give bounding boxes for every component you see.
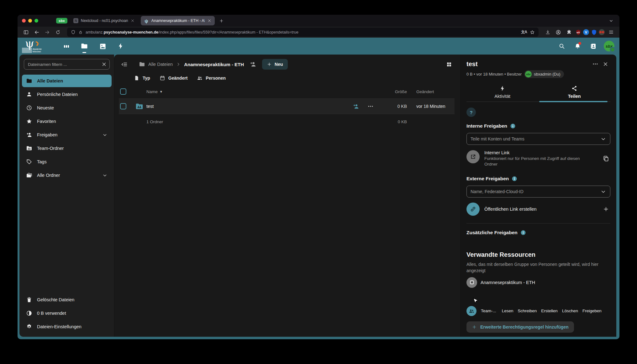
- sidebar-toggle-button[interactable]: [21, 28, 31, 36]
- tab-activity[interactable]: Aktivität: [466, 82, 539, 102]
- internal-share-input[interactable]: [471, 136, 598, 141]
- column-header-name[interactable]: Name ▼: [132, 89, 339, 94]
- add-acl-rule-button[interactable]: Erweiterte Berechtigungsregel hinzufügen: [466, 321, 574, 333]
- sidebar-item-personal-files[interactable]: Persönliche Dateien: [22, 88, 112, 101]
- sharing-help-button[interactable]: ?: [466, 108, 476, 117]
- external-share-input[interactable]: [471, 189, 598, 194]
- tab-sharing[interactable]: Teilen: [539, 82, 611, 102]
- app-photos-button[interactable]: [95, 38, 110, 55]
- downloads-button[interactable]: [543, 28, 552, 36]
- acl-permission-share: Freigeben: [582, 309, 602, 313]
- list-all-tabs-button[interactable]: [607, 17, 615, 25]
- table-row[interactable]: test 0 KB vor 18 Minuten: [119, 98, 455, 114]
- menu-button[interactable]: [606, 28, 616, 36]
- filter-chip-people[interactable]: Personen: [197, 75, 226, 81]
- translate-icon[interactable]: 文A: [521, 29, 527, 35]
- collapse-sidebar-button[interactable]: [119, 59, 129, 70]
- sidebar-item-all-files[interactable]: Alle Dateien: [22, 75, 112, 87]
- app-files-button[interactable]: [76, 38, 92, 55]
- sidebar-item-files-settings[interactable]: Dateien-Einstellungen: [22, 320, 112, 333]
- back-button[interactable]: [32, 28, 41, 36]
- file-name[interactable]: test: [146, 104, 339, 109]
- minimize-window-button[interactable]: [28, 19, 32, 23]
- folders-icon: [26, 172, 32, 178]
- filter-chip-modified[interactable]: Geändert: [160, 75, 187, 81]
- info-icon[interactable]: [512, 176, 517, 182]
- notifications-button[interactable]: [571, 39, 584, 53]
- copy-internal-link-button[interactable]: [602, 154, 610, 163]
- close-tab-icon[interactable]: [130, 18, 135, 23]
- team-avatar[interactable]: [466, 306, 476, 316]
- row-checkbox[interactable]: [120, 103, 126, 109]
- app-dashboard-button[interactable]: [58, 38, 74, 55]
- akademie-muenchen-logo[interactable]: ψ AkademieMünchen: [21, 38, 48, 55]
- plus-icon: [472, 324, 477, 330]
- sidebar-item-favorites[interactable]: Favoriten: [22, 115, 112, 128]
- chevron-down-icon[interactable]: [600, 136, 606, 142]
- copy-icon: [603, 155, 609, 162]
- breadcrumb: Alle Dateien Anamnesepraktikum - ETH: [139, 61, 256, 68]
- filter-chip-type[interactable]: Typ: [134, 75, 150, 81]
- related-resource-label: Anamnesepraktikum - ETH: [481, 280, 535, 285]
- chevron-down-icon[interactable]: [600, 189, 606, 195]
- close-tab-icon[interactable]: [207, 18, 212, 23]
- info-icon[interactable]: [520, 230, 526, 235]
- vimium-extension-icon[interactable]: V: [583, 29, 589, 35]
- sidebar-item-quota[interactable]: 0 B verwendet: [22, 307, 112, 319]
- actions-menu-button[interactable]: [367, 103, 374, 109]
- cookie-extension-icon[interactable]: [598, 29, 605, 35]
- account-button[interactable]: [554, 28, 563, 36]
- related-resource-item[interactable]: Anamnesepraktikum - ETH: [466, 277, 610, 288]
- sidebar-item-recent[interactable]: Neueste: [22, 102, 112, 114]
- reload-button[interactable]: [53, 28, 63, 36]
- tab-group-badge[interactable]: sbx: [56, 18, 67, 24]
- public-link-row[interactable]: Öffentlichen Link erstellen: [466, 203, 610, 216]
- new-button[interactable]: Neu: [262, 59, 287, 70]
- unified-search-button[interactable]: [555, 39, 568, 53]
- filename-filter[interactable]: [24, 59, 110, 70]
- internal-link-row[interactable]: Interner Link Funktioniert nur für Perso…: [466, 150, 610, 167]
- share-button[interactable]: [353, 103, 359, 110]
- details-actions-button[interactable]: [590, 59, 600, 69]
- close-window-button[interactable]: [22, 19, 26, 23]
- sidebar-item-shares[interactable]: Freigaben: [22, 129, 112, 141]
- sidebar-item-deleted-files[interactable]: Gelöschte Dateien: [22, 293, 112, 306]
- internal-share-search[interactable]: [466, 133, 610, 145]
- shared-folder-indicator-icon[interactable]: [250, 61, 256, 68]
- sidebar-item-tags[interactable]: Tags: [22, 156, 112, 168]
- column-header-size[interactable]: Größe: [379, 89, 407, 94]
- app-activity-button[interactable]: [113, 38, 129, 55]
- create-public-link-button[interactable]: [602, 205, 610, 214]
- lock-icon[interactable]: [78, 30, 83, 34]
- tab-active[interactable]: ψ Anamnesepraktikum - ETH - All: [141, 16, 215, 25]
- ublock-extension-icon[interactable]: uO: [575, 29, 582, 35]
- chevron-down-icon[interactable]: [102, 173, 108, 178]
- filename-filter-input[interactable]: [28, 62, 99, 67]
- tracking-protection-shield-icon[interactable]: [71, 30, 76, 34]
- info-icon[interactable]: [510, 123, 516, 129]
- forward-button[interactable]: [43, 28, 52, 36]
- bookmark-star-icon[interactable]: [530, 30, 535, 35]
- bitwarden-extension-icon[interactable]: [591, 29, 597, 35]
- select-all-checkbox[interactable]: [120, 88, 126, 95]
- user-avatar[interactable]: sbx: [604, 41, 614, 51]
- breadcrumb-home[interactable]: Alle Dateien: [139, 61, 173, 67]
- sidebar-item-all-folders[interactable]: Alle Ordner: [22, 169, 112, 182]
- external-shares-heading: Externe Freigaben: [466, 176, 610, 182]
- column-header-modified[interactable]: Geändert: [407, 89, 455, 94]
- tab-inactive[interactable]: N Nextcloud - nc01.psychoanalyse: [70, 16, 138, 25]
- extensions-button[interactable]: [564, 28, 574, 36]
- chevron-down-icon[interactable]: [102, 132, 108, 138]
- external-share-search[interactable]: [466, 186, 610, 198]
- grid-view-toggle[interactable]: [443, 59, 455, 70]
- new-tab-button[interactable]: [218, 17, 226, 25]
- clear-filter-icon[interactable]: [101, 61, 107, 67]
- breadcrumb-current[interactable]: Anamnesepraktikum - ETH: [184, 62, 244, 67]
- url-bar[interactable]: ambulanz.psychoanalyse-muenchen.de/index…: [67, 28, 539, 37]
- contacts-button[interactable]: [587, 39, 599, 53]
- zoom-window-button[interactable]: [34, 19, 38, 23]
- people-icon: [469, 308, 474, 314]
- close-details-button[interactable]: [600, 59, 610, 69]
- owner-chip[interactable]: sbx sbxadmin (Du): [524, 70, 564, 78]
- sidebar-item-team-folders[interactable]: Team-Ordner: [22, 142, 112, 155]
